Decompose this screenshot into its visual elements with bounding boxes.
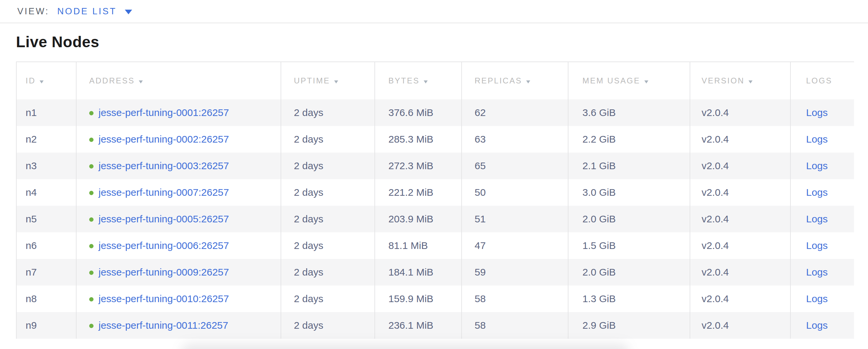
table-row: n1 jesse-perf-tuning-0001:26257 2 days 3… [16,99,854,126]
column-header-label: LOGS [806,76,832,85]
view-label: VIEW: [17,6,49,16]
live-status-dot-icon [89,271,94,275]
table-row: n2 jesse-perf-tuning-0002:26257 2 days 2… [16,126,854,152]
live-status-dot-icon [89,164,94,169]
mem-usage-cell: 2.0 GiB [568,206,690,232]
node-address-cell: jesse-perf-tuning-0003:26257 [76,152,281,179]
node-address-link[interactable]: jesse-perf-tuning-0001:26257 [98,107,229,118]
logs-cell: Logs [790,99,854,126]
sort-caret-down-icon [139,80,143,83]
logs-link[interactable]: Logs [806,134,828,145]
node-address-link[interactable]: jesse-perf-tuning-0009:26257 [98,267,229,278]
sort-caret-down-icon [644,80,648,83]
mem-usage-cell: 1.3 GiB [568,285,690,312]
logs-link[interactable]: Logs [806,107,828,118]
logs-link[interactable]: Logs [806,213,828,224]
table-row: n8 jesse-perf-tuning-0010:26257 2 days 1… [16,285,854,312]
logs-link[interactable]: Logs [806,240,828,251]
uptime-cell: 2 days [281,126,374,152]
node-address-link[interactable]: jesse-perf-tuning-0005:26257 [98,213,229,224]
replicas-cell: 59 [461,259,568,285]
column-header-bytes[interactable]: BYTES [374,62,461,99]
mem-usage-cell: 2.2 GiB [568,126,690,152]
uptime-cell: 2 days [281,232,374,259]
view-bar: VIEW: NODE LIST [0,0,868,23]
uptime-cell: 2 days [281,179,374,206]
uptime-cell: 2 days [281,259,374,285]
node-address-link[interactable]: jesse-perf-tuning-0010:26257 [98,293,229,304]
mem-usage-cell: 3.0 GiB [568,179,690,206]
table-row: n4 jesse-perf-tuning-0007:26257 2 days 2… [16,179,854,206]
view-selector-dropdown[interactable]: NODE LIST [57,6,132,16]
bytes-cell: 184.1 MiB [374,259,461,285]
node-address-cell: jesse-perf-tuning-0002:26257 [76,126,281,152]
node-address-link[interactable]: jesse-perf-tuning-0011:26257 [98,320,228,331]
sort-caret-down-icon [526,80,530,83]
replicas-cell: 50 [461,179,568,206]
node-address-link[interactable]: jesse-perf-tuning-0006:26257 [98,240,229,251]
node-id-cell: n8 [16,285,76,312]
bytes-cell: 203.9 MiB [374,206,461,232]
logs-link[interactable]: Logs [806,187,828,198]
column-header-label: ID [26,76,36,85]
uptime-cell: 2 days [281,152,374,179]
column-header-replicas[interactable]: REPLICAS [461,62,568,99]
node-address-cell: jesse-perf-tuning-0007:26257 [76,179,281,206]
bytes-cell: 159.9 MiB [374,285,461,312]
logs-link[interactable]: Logs [806,160,828,171]
page-title: Live Nodes [16,33,868,51]
bytes-cell: 285.3 MiB [374,126,461,152]
uptime-cell: 2 days [281,285,374,312]
node-address-link[interactable]: jesse-perf-tuning-0007:26257 [98,187,229,198]
table-row: n9 jesse-perf-tuning-0011:26257 2 days 2… [16,312,854,339]
node-id-cell: n7 [16,259,76,285]
version-cell: v2.0.4 [690,312,790,339]
node-address-cell: jesse-perf-tuning-0009:26257 [76,259,281,285]
version-cell: v2.0.4 [690,99,790,126]
node-address-link[interactable]: jesse-perf-tuning-0003:26257 [98,160,229,171]
logs-link[interactable]: Logs [806,320,828,331]
table-row: n3 jesse-perf-tuning-0003:26257 2 days 2… [16,152,854,179]
logs-cell: Logs [790,206,854,232]
live-status-dot-icon [89,244,94,248]
below-fold-card-shadow [181,344,629,349]
column-header-label: BYTES [389,76,420,85]
table-row: n5 jesse-perf-tuning-0005:26257 2 days 2… [16,206,854,232]
node-address-link[interactable]: jesse-perf-tuning-0002:26257 [98,134,229,145]
live-status-dot-icon [89,217,94,222]
replicas-cell: 47 [461,232,568,259]
version-cell: v2.0.4 [690,152,790,179]
column-header-uptime[interactable]: UPTIME [281,62,374,99]
live-status-dot-icon [89,297,94,302]
logs-cell: Logs [790,152,854,179]
node-id-cell: n3 [16,152,76,179]
uptime-cell: 2 days [281,99,374,126]
column-header-mem-usage[interactable]: MEM USAGE [568,62,690,99]
live-nodes-table: ID ADDRESS UPTIME BYTES REPLICAS MEM USA… [16,62,854,339]
column-header-label: ADDRESS [89,76,135,85]
logs-link[interactable]: Logs [806,267,828,278]
mem-usage-cell: 2.0 GiB [568,259,690,285]
table-row: n7 jesse-perf-tuning-0009:26257 2 days 1… [16,259,854,285]
sort-caret-down-icon [424,80,428,83]
column-header-address[interactable]: ADDRESS [76,62,281,99]
sort-caret-down-icon [334,80,338,83]
column-header-id[interactable]: ID [16,62,76,99]
logs-link[interactable]: Logs [806,293,828,304]
node-id-cell: n4 [16,179,76,206]
node-address-cell: jesse-perf-tuning-0006:26257 [76,232,281,259]
column-header-label: UPTIME [294,76,330,85]
replicas-cell: 62 [461,99,568,126]
sort-caret-down-icon [40,80,43,83]
column-header-version[interactable]: VERSION [690,62,790,99]
column-header-label: REPLICAS [475,76,522,85]
logs-cell: Logs [790,259,854,285]
replicas-cell: 58 [461,285,568,312]
version-cell: v2.0.4 [690,285,790,312]
bytes-cell: 81.1 MiB [374,232,461,259]
bytes-cell: 376.6 MiB [374,99,461,126]
column-header-label: VERSION [702,76,745,85]
live-status-dot-icon [89,111,94,115]
logs-cell: Logs [790,312,854,339]
logs-cell: Logs [790,285,854,312]
